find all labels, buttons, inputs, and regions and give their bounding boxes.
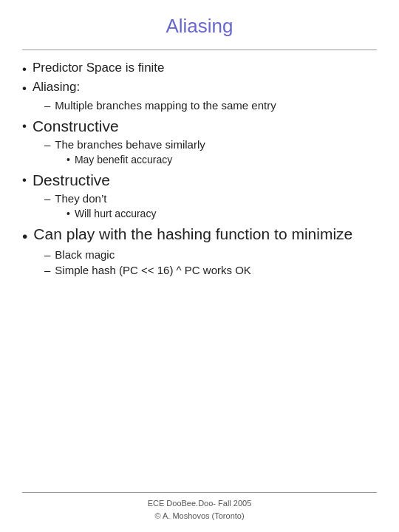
bullet-text: Multiple branches mapping to the same en… xyxy=(55,99,276,112)
bullet-text: May benefit accuracy xyxy=(75,154,172,166)
bullet-text: They don’t xyxy=(55,192,106,205)
bullet-text: Simple hash (PC << 16) ^ PC works OK xyxy=(55,264,250,276)
bullet-text: Black magic xyxy=(55,248,115,261)
dash-icon: – xyxy=(44,99,50,112)
slide-title: Aliasing xyxy=(22,15,377,44)
list-item: • Can play with the hashing function to … xyxy=(22,225,377,245)
dash-icon: – xyxy=(44,248,50,261)
list-item: – Multiple branches mapping to the same … xyxy=(44,99,377,112)
list-item: • May benefit accuracy xyxy=(66,154,377,166)
slide-content: • Predictor Space is finite • Aliasing: … xyxy=(22,61,377,492)
dash-icon: – xyxy=(44,138,50,151)
list-item: – They don’t xyxy=(44,192,377,205)
list-item: • Destructive xyxy=(22,171,377,189)
list-item: • Predictor Space is finite xyxy=(22,61,377,77)
top-divider xyxy=(22,50,377,50)
list-item: • Will hurt accuracy xyxy=(66,208,377,219)
list-item: – Black magic xyxy=(44,248,377,261)
dash-icon: – xyxy=(44,192,50,205)
slide-container: Aliasing • Predictor Space is finite • A… xyxy=(0,0,399,532)
list-item: • Constructive xyxy=(22,117,377,135)
bullet-text: The branches behave similarly xyxy=(55,138,205,151)
dash-icon: – xyxy=(44,264,50,276)
list-item: – The branches behave similarly xyxy=(44,138,377,151)
bullet-text: Predictor Space is finite xyxy=(33,61,165,75)
bullet-text: Will hurt accuracy xyxy=(75,208,156,219)
bullet-icon: • xyxy=(22,81,27,96)
bullet-icon: • xyxy=(22,173,27,188)
slide-footer: ECE DooBee.Doo- Fall 2005 © A. Moshovos … xyxy=(22,497,377,522)
bullet-text-large: Can play with the hashing function to mi… xyxy=(33,225,352,243)
bullet-icon: • xyxy=(66,208,70,219)
bullet-text-large: Destructive xyxy=(33,171,110,189)
bottom-divider xyxy=(22,492,377,493)
bullet-icon: • xyxy=(22,119,27,134)
footer-line1: ECE DooBee.Doo- Fall 2005 xyxy=(22,497,377,510)
bullet-icon: • xyxy=(22,228,27,245)
footer-line2: © A. Moshovos (Toronto) xyxy=(22,510,377,522)
bullet-icon: • xyxy=(22,62,27,77)
bullet-text-large: Constructive xyxy=(33,117,119,135)
bullet-icon: • xyxy=(66,154,70,166)
list-item: – Simple hash (PC << 16) ^ PC works OK xyxy=(44,264,377,276)
bullet-text: Aliasing: xyxy=(33,80,80,95)
list-item: • Aliasing: xyxy=(22,80,377,96)
